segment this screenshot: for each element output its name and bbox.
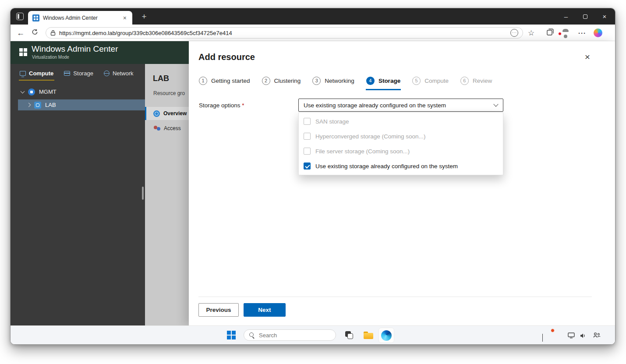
back-button[interactable]: ← [17,28,25,37]
step-number: 5 [412,77,421,85]
refresh-button[interactable] [32,28,38,37]
file-explorer-button[interactable] [364,332,373,339]
tree-item-mgmt[interactable]: MGMT [11,86,145,97]
favorites-hub-icon[interactable] [547,28,554,37]
wac-app-subtitle: Virtualization Mode [32,55,69,60]
browser-addressbar: ← https://mgmt.demo.lab/group/339cb306e0… [11,25,615,41]
option-label: Hyperconverged storage (Coming soon...) [315,133,425,140]
tab-label: Storage [73,70,93,77]
checkbox-unchecked[interactable] [304,148,311,155]
step-networking[interactable]: 3 Networking [312,73,355,90]
step-label: Review [473,78,492,84]
speaker-icon [580,333,587,339]
site-permissions-icon[interactable]: ··· [510,29,518,37]
step-compute[interactable]: 5 Compute [412,73,449,90]
wac-app-title: Windows Admin Center [32,44,118,54]
network-icon [104,71,110,76]
tab-title: Windows Admin Center [43,15,122,21]
refresh-icon [32,28,38,35]
checkbox-unchecked[interactable] [304,118,311,125]
maximize-icon [583,14,587,19]
server-icon [28,88,35,95]
start-button[interactable] [227,331,236,339]
panel-item-overview[interactable]: Overview [145,107,189,120]
browser-menu-icon[interactable]: ··· [578,29,586,36]
maximize-button[interactable] [576,8,595,25]
chevron-down-icon[interactable] [21,89,25,93]
footer-divider [198,297,592,297]
option-hyperconverged-storage[interactable]: Hyperconverged storage (Coming soon...) [299,129,503,144]
chevron-up-icon [542,334,543,342]
taskbar-search[interactable] [244,329,336,341]
wac-sidebar: Compute Storage Network MGMT LAB [11,64,145,326]
step-number: 4 [366,77,375,85]
people-icon[interactable] [593,332,601,340]
required-asterisk: * [242,102,244,109]
hidden-icons-chevron[interactable] [542,334,543,342]
minimize-button[interactable]: – [556,8,576,25]
window-close-button[interactable]: × [595,8,614,25]
page-title: Add resource [198,52,255,62]
step-number: 2 [262,77,270,85]
panel-item-access[interactable]: Access [145,122,189,135]
step-number: 3 [312,77,321,85]
panel-item-label: Overview [163,110,187,117]
browser-tab[interactable]: Windows Admin Center × [28,11,132,25]
step-number: 1 [199,77,207,85]
screenshot-root: Windows Admin Center × + – × ← https://m… [0,0,626,364]
wizard-steps: 1 Getting started 2 Clustering 3 Network… [198,73,492,90]
step-clustering[interactable]: 2 Clustering [262,73,301,90]
option-existing-storage[interactable]: Use existing storage already configured … [299,159,503,173]
tab-network[interactable]: Network [104,70,134,81]
wac-header: Windows Admin Center Virtualization Mode [11,41,189,64]
task-view-button[interactable] [345,331,353,339]
sidebar-scrollbar[interactable] [142,187,144,200]
tab-label: Compute [29,70,53,77]
close-icon[interactable]: × [582,52,593,62]
tab-storage[interactable]: Storage [64,70,93,81]
option-file-server-storage[interactable]: File server storage (Coming soon...) [299,144,503,159]
step-getting-started[interactable]: 1 Getting started [198,73,251,90]
notification-dot [558,32,562,35]
wac-favicon-icon [32,14,39,21]
volume-icon[interactable] [580,332,587,340]
network-display-icon[interactable] [568,332,575,340]
storage-options-dropdown: SAN storage Hyperconverged storage (Comi… [298,112,503,175]
workspaces-icon[interactable] [16,13,24,20]
copilot-icon[interactable] [594,28,602,37]
previous-button[interactable]: Previous [198,303,239,317]
checkbox-unchecked[interactable] [304,133,311,140]
edge-button[interactable] [378,328,394,343]
url-bar[interactable]: https://mgmt.demo.lab/group/339cb306e086… [46,27,523,39]
edge-icon [381,330,392,341]
storage-options-label: Storage options * [199,102,244,109]
option-label: Use existing storage already configured … [315,163,458,170]
option-san-storage[interactable]: SAN storage [299,114,503,129]
chevron-right-icon[interactable] [27,103,31,107]
tab-label: Network [113,70,134,77]
search-icon [249,332,255,338]
favorite-star-icon[interactable]: ☆ [528,28,534,37]
tree-item-lab[interactable]: LAB [18,99,145,110]
wac-nav-tabs: Compute Storage Network [20,70,134,81]
desktop-window: Windows Admin Center × + – × ← https://m… [10,8,615,345]
field-label-text: Storage options [199,102,240,109]
option-label: SAN storage [315,118,349,125]
storage-icon [64,71,70,76]
compute-icon [20,71,26,76]
step-label: Getting started [211,78,250,84]
url-text[interactable]: https://mgmt.demo.lab/group/339cb306e086… [59,30,507,36]
checkbox-checked[interactable] [304,163,311,170]
step-review[interactable]: 6 Review [460,73,492,90]
step-storage[interactable]: 4 Storage [366,73,401,90]
panel-item-label: Access [164,125,181,131]
tab-close-icon[interactable]: × [122,14,128,21]
new-tab-button[interactable]: + [138,11,150,22]
search-input[interactable] [259,332,325,339]
next-button[interactable]: Next [244,303,286,317]
display-icon [568,332,575,339]
tab-compute[interactable]: Compute [20,70,53,81]
step-label: Storage [378,78,400,84]
storage-options-combobox[interactable]: Use existing storage already configured … [298,99,503,112]
resource-subtitle: Resource gro [153,90,185,96]
